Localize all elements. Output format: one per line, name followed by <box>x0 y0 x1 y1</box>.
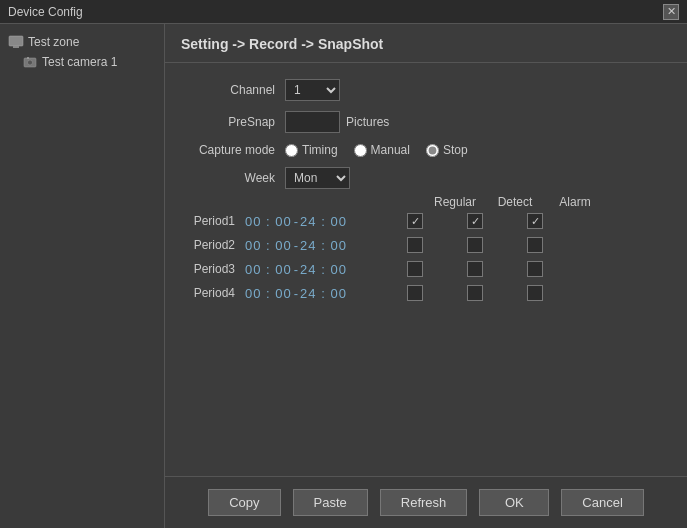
period-detect-check-2[interactable] <box>467 237 483 253</box>
sidebar-item-camera[interactable]: Test camera 1 <box>4 52 160 72</box>
period-rows: Period100 : 00 - 24 : 00Period200 : 00 -… <box>185 213 667 301</box>
period-checks-2 <box>385 237 565 253</box>
period-name-1: Period1 <box>185 214 245 228</box>
radio-stop-label: Stop <box>443 143 468 157</box>
period-time-4: 00 : 00 - 24 : 00 <box>245 286 385 301</box>
period-regular-check-4[interactable] <box>407 285 423 301</box>
time-start-3: 00 : 00 <box>245 262 292 277</box>
period-detect-check-1[interactable] <box>467 213 483 229</box>
camera-icon <box>22 54 38 70</box>
radio-manual-label: Manual <box>371 143 410 157</box>
period-checks-3 <box>385 261 565 277</box>
time-end-1: 24 : 00 <box>300 214 347 229</box>
capture-mode-control: Timing Manual Stop <box>285 143 468 157</box>
capture-mode-label: Capture mode <box>185 143 285 157</box>
camera-label: Test camera 1 <box>42 55 117 69</box>
channel-label: Channel <box>185 83 285 97</box>
svg-point-3 <box>28 60 33 65</box>
period-name-2: Period2 <box>185 238 245 252</box>
period-checks-1 <box>385 213 565 229</box>
week-select[interactable]: Mon Tue Wed Thu Fri Sat Sun <box>285 167 350 189</box>
radio-stop-input[interactable] <box>426 144 439 157</box>
zone-label: Test zone <box>28 35 79 49</box>
period-time-2: 00 : 00 - 24 : 00 <box>245 238 385 253</box>
copy-button[interactable]: Copy <box>208 489 280 516</box>
sidebar: Test zone Test camera 1 <box>0 24 165 528</box>
header-detect: Detect <box>485 195 545 209</box>
period-alarm-check-4[interactable] <box>527 285 543 301</box>
period-checks-4 <box>385 285 565 301</box>
channel-control: 1 2 3 4 <box>285 79 340 101</box>
period-regular-check-3[interactable] <box>407 261 423 277</box>
period-regular-check-2[interactable] <box>407 237 423 253</box>
radio-manual[interactable]: Manual <box>354 143 410 157</box>
time-start-2: 00 : 00 <box>245 238 292 253</box>
period-section: Regular Detect Alarm Period100 : 00 - 24… <box>185 195 667 301</box>
presnap-label: PreSnap <box>185 115 285 129</box>
period-detect-check-3[interactable] <box>467 261 483 277</box>
sidebar-item-zone[interactable]: Test zone <box>4 32 160 52</box>
period-name-3: Period3 <box>185 262 245 276</box>
svg-rect-1 <box>13 46 19 48</box>
content-area: Setting -> Record -> SnapShot Channel 1 … <box>165 24 687 528</box>
time-end-3: 24 : 00 <box>300 262 347 277</box>
footer: Copy Paste Refresh OK Cancel <box>165 476 687 528</box>
time-start-4: 00 : 00 <box>245 286 292 301</box>
capture-mode-row: Capture mode Timing Manual Stop <box>185 143 667 157</box>
monitor-icon <box>8 34 24 50</box>
close-button[interactable]: ✕ <box>663 4 679 20</box>
time-start-1: 00 : 00 <box>245 214 292 229</box>
header-regular: Regular <box>425 195 485 209</box>
period-name-4: Period4 <box>185 286 245 300</box>
presnap-control: 2 Pictures <box>285 111 389 133</box>
period-row-3: Period300 : 00 - 24 : 00 <box>185 261 667 277</box>
app-title: Device Config <box>8 5 83 19</box>
time-end-2: 24 : 00 <box>300 238 347 253</box>
period-row-4: Period400 : 00 - 24 : 00 <box>185 285 667 301</box>
week-control: Mon Tue Wed Thu Fri Sat Sun <box>285 167 350 189</box>
radio-timing-label: Timing <box>302 143 338 157</box>
ok-button[interactable]: OK <box>479 489 549 516</box>
week-label: Week <box>185 171 285 185</box>
radio-timing-input[interactable] <box>285 144 298 157</box>
radio-manual-input[interactable] <box>354 144 367 157</box>
radio-stop[interactable]: Stop <box>426 143 468 157</box>
period-regular-check-1[interactable] <box>407 213 423 229</box>
header-alarm: Alarm <box>545 195 605 209</box>
close-icon: ✕ <box>667 5 676 18</box>
form-area: Channel 1 2 3 4 PreSnap 2 Pictures <box>165 63 687 476</box>
radio-timing[interactable]: Timing <box>285 143 338 157</box>
presnap-input[interactable]: 2 <box>285 111 340 133</box>
svg-rect-4 <box>27 57 29 59</box>
period-alarm-check-1[interactable] <box>527 213 543 229</box>
week-row: Week Mon Tue Wed Thu Fri Sat Sun <box>185 167 667 189</box>
period-header: Regular Detect Alarm <box>185 195 667 209</box>
breadcrumb: Setting -> Record -> SnapShot <box>165 24 687 63</box>
period-alarm-check-3[interactable] <box>527 261 543 277</box>
paste-button[interactable]: Paste <box>293 489 368 516</box>
period-time-1: 00 : 00 - 24 : 00 <box>245 214 385 229</box>
cancel-button[interactable]: Cancel <box>561 489 643 516</box>
channel-select[interactable]: 1 2 3 4 <box>285 79 340 101</box>
channel-row: Channel 1 2 3 4 <box>185 79 667 101</box>
presnap-suffix: Pictures <box>346 115 389 129</box>
svg-rect-0 <box>9 36 23 46</box>
period-alarm-check-2[interactable] <box>527 237 543 253</box>
time-end-4: 24 : 00 <box>300 286 347 301</box>
period-row-2: Period200 : 00 - 24 : 00 <box>185 237 667 253</box>
period-row-1: Period100 : 00 - 24 : 00 <box>185 213 667 229</box>
period-detect-check-4[interactable] <box>467 285 483 301</box>
refresh-button[interactable]: Refresh <box>380 489 468 516</box>
period-time-3: 00 : 00 - 24 : 00 <box>245 262 385 277</box>
presnap-row: PreSnap 2 Pictures <box>185 111 667 133</box>
main-container: Test zone Test camera 1 Setting -> Recor… <box>0 24 687 528</box>
title-bar: Device Config ✕ <box>0 0 687 24</box>
